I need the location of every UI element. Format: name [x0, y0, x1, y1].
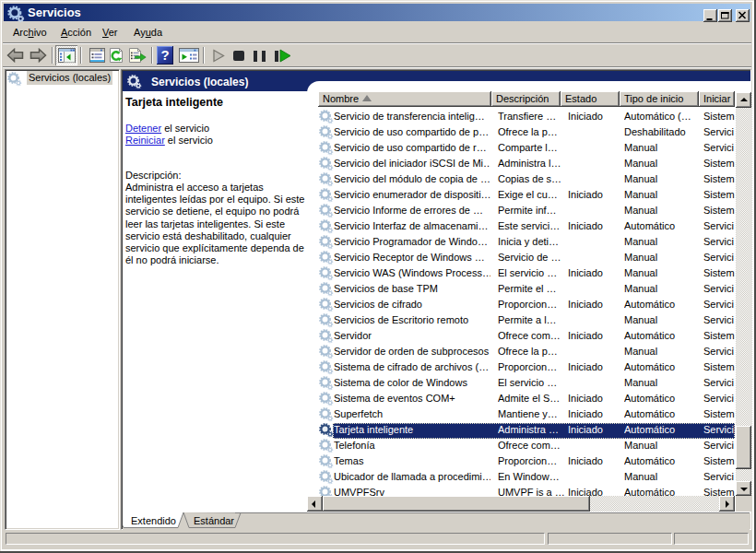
- svg-text:Estándar: Estándar: [194, 515, 234, 526]
- svg-text:Extendido: Extendido: [131, 515, 176, 526]
